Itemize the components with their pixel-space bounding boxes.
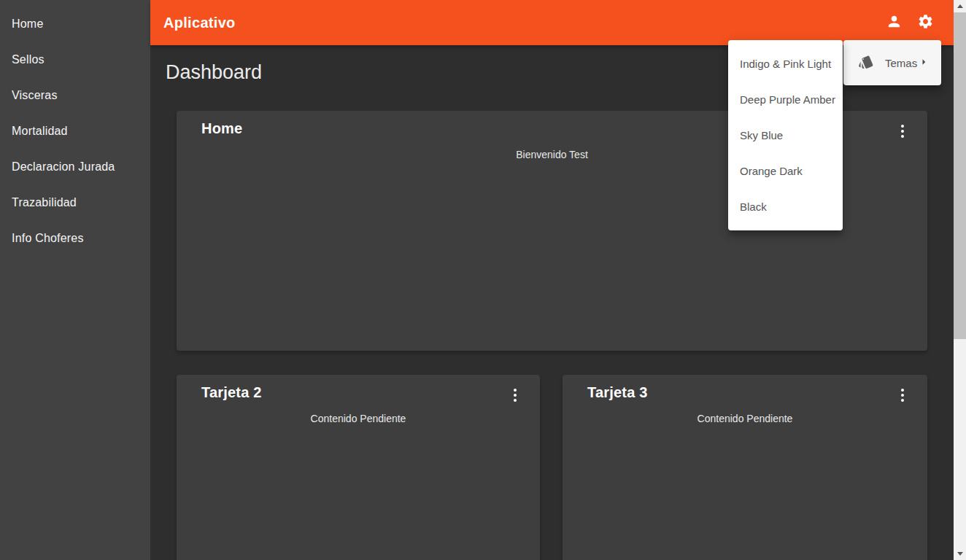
card-tarjeta-2-content: Contenido Pendiente — [177, 413, 540, 424]
settings-dropdown-menu: Temas — [843, 40, 941, 85]
card-home-title: Home — [201, 120, 242, 137]
app-bar-actions — [885, 0, 934, 45]
style-icon — [858, 54, 874, 72]
theme-item-indigo-pink-light[interactable]: Indigo & Pink Light — [728, 46, 843, 82]
app-root: Home Sellos Visceras Mortalidad Declarac… — [0, 0, 966, 560]
theme-item-deep-purple-amber[interactable]: Deep Purple Amber — [728, 82, 843, 117]
page-title: Dashboard — [166, 61, 262, 84]
card-tarjeta-3: Tarjeta 3 Contenido Pendiente — [563, 375, 927, 560]
card-tarjeta-3-menu-button[interactable] — [897, 386, 908, 405]
sidebar: Home Sellos Visceras Mortalidad Declarac… — [0, 0, 150, 560]
scrollbar-up-button[interactable] — [954, 0, 966, 12]
app-bar: Aplicativo — [150, 0, 954, 45]
themes-submenu: Indigo & Pink Light Deep Purple Amber Sk… — [728, 40, 843, 230]
sidebar-item-sellos[interactable]: Sellos — [0, 42, 150, 77]
scrollbar-thumb[interactable] — [954, 12, 966, 339]
theme-item-black[interactable]: Black — [728, 189, 843, 225]
card-home-menu-button[interactable] — [897, 122, 908, 141]
settings-button[interactable] — [916, 14, 934, 31]
vertical-scrollbar[interactable] — [954, 0, 966, 560]
menu-item-temas-label: Temas — [885, 57, 917, 69]
sidebar-item-info-choferes[interactable]: Info Choferes — [0, 220, 150, 256]
sidebar-item-mortalidad[interactable]: Mortalidad — [0, 113, 150, 149]
arrow-up-icon — [957, 4, 963, 8]
dots-vertical-icon — [901, 389, 904, 392]
gear-icon — [917, 13, 934, 32]
sidebar-item-declaracion-jurada[interactable]: Declaracion Jurada — [0, 149, 150, 184]
sidebar-nav: Home Sellos Visceras Mortalidad Declarac… — [0, 0, 150, 256]
person-icon — [886, 13, 903, 32]
card-tarjeta-3-title: Tarjeta 3 — [587, 384, 648, 401]
card-tarjeta-2: Tarjeta 2 Contenido Pendiente — [177, 375, 540, 560]
card-tarjeta-2-title: Tarjeta 2 — [201, 384, 262, 401]
menu-item-temas[interactable]: Temas — [843, 40, 941, 85]
dots-vertical-icon — [514, 389, 517, 392]
sidebar-item-trazabilidad[interactable]: Trazabilidad — [0, 184, 150, 220]
app-title: Aplicativo — [163, 15, 236, 31]
arrow-down-icon — [957, 552, 963, 556]
sidebar-item-visceras[interactable]: Visceras — [0, 77, 150, 113]
theme-item-orange-dark[interactable]: Orange Dark — [728, 153, 843, 189]
card-tarjeta-2-menu-button[interactable] — [510, 386, 520, 405]
sidebar-item-home[interactable]: Home — [0, 6, 150, 42]
dots-vertical-icon — [901, 125, 904, 128]
menu-right-icon — [917, 55, 930, 71]
theme-item-sky-blue[interactable]: Sky Blue — [728, 117, 843, 153]
user-button[interactable] — [885, 14, 903, 31]
scrollbar-down-button[interactable] — [954, 548, 966, 560]
card-tarjeta-3-content: Contenido Pendiente — [563, 413, 927, 424]
